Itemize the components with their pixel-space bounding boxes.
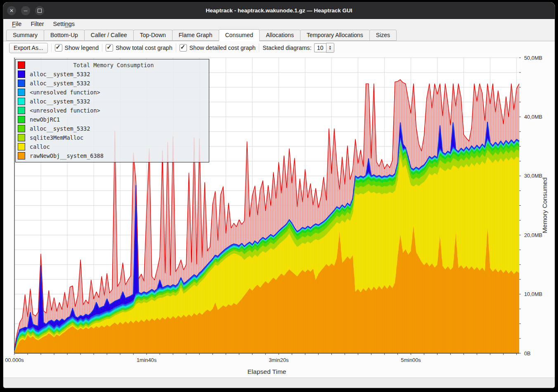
maximize-button[interactable] <box>35 6 44 15</box>
legend-swatch-icon <box>18 80 25 87</box>
legend-item: alloc__system_5332 <box>16 79 209 88</box>
tab-bottom-up[interactable]: Bottom-Up <box>44 30 85 41</box>
legend-label: sqlite3MemMalloc <box>30 134 83 141</box>
stacked-diagrams-value[interactable]: 10 <box>314 43 326 52</box>
show-detailed-cost-graph-checkbox[interactable]: Show detailed cost graph <box>180 44 256 52</box>
legend-swatch-icon <box>18 98 25 105</box>
legend-label: newObjRC1 <box>30 116 60 123</box>
y-tick-label: 30,0MB <box>524 173 542 179</box>
chart-legend: Total Memory Consumptionalloc__system_53… <box>15 59 209 162</box>
tab-allocations[interactable]: Allocations <box>259 30 300 41</box>
y-axis-title: Memory Consumed <box>541 177 548 233</box>
tab-top-down[interactable]: Top-Down <box>133 30 173 41</box>
spinner-buttons[interactable]: ▲ ▼ <box>326 43 334 53</box>
tab-temporary-allocations[interactable]: Temporary Allocations <box>300 30 370 41</box>
legend-label: Total Memory Consumption <box>30 62 197 68</box>
toolbar-separator <box>102 44 102 52</box>
legend-item: calloc <box>16 142 209 151</box>
tab-caller-callee[interactable]: Caller / Callee <box>84 30 134 41</box>
legend-item: alloc__system_5332 <box>16 124 209 133</box>
status-bar <box>3 378 555 388</box>
legend-swatch-icon <box>18 61 25 69</box>
legend-item: sqlite3MemMalloc <box>16 133 209 142</box>
tab-sizes[interactable]: Sizes <box>369 30 397 41</box>
toolbar: Export As... Show legend Show total cost… <box>3 41 555 54</box>
legend-item: newObjRC1 <box>16 115 209 124</box>
menu-item-settings[interactable]: Settings <box>49 20 79 28</box>
x-axis-title: Elapsed Time <box>248 368 286 375</box>
maximize-icon <box>38 9 42 13</box>
checkbox-box-icon[interactable] <box>180 44 187 52</box>
legend-label: <unresolved function> <box>30 107 100 114</box>
legend-swatch-icon <box>18 152 25 160</box>
menu-item-file[interactable]: File <box>7 20 26 28</box>
legend-swatch-icon <box>18 70 25 78</box>
legend-item: <unresolved function> <box>16 88 209 97</box>
export-as-button[interactable]: Export As... <box>9 43 48 53</box>
y-tick-label: 0B <box>524 350 531 357</box>
title-bar: ✕─ Heaptrack - heaptrack.wakunode.1.gz —… <box>3 2 555 19</box>
desktop: { "window": { "title": "Heaptrack - heap… <box>0 0 558 392</box>
legend-swatch-icon <box>18 125 25 132</box>
toolbar-separator <box>176 44 176 52</box>
legend-swatch-icon <box>18 134 25 141</box>
legend-label: alloc__system_5332 <box>30 125 90 132</box>
menu-bar: FileFilterSettings <box>3 19 555 28</box>
legend-item: <unresolved function> <box>16 106 209 115</box>
legend-label: alloc__system_5332 <box>30 71 90 77</box>
consumed-chart-panel: 00.000s1min40s3min20s5min00s0B10,0MB20,0… <box>3 54 555 378</box>
stacked-diagrams-stepper[interactable]: 10 ▲ ▼ <box>314 43 334 53</box>
checkbox-box-icon[interactable] <box>106 44 113 52</box>
y-tick-label: 40,0MB <box>524 114 542 120</box>
show-total-cost-graph-checkbox[interactable]: Show total cost graph <box>106 44 173 52</box>
tab-consumed[interactable]: Consumed <box>219 29 260 41</box>
legend-swatch-icon <box>18 89 25 96</box>
legend-swatch-icon <box>18 107 25 114</box>
x-tick-label: 3min20s <box>269 357 288 363</box>
close-button[interactable]: ✕ <box>7 6 16 15</box>
checkbox-label: Show legend <box>65 45 99 51</box>
tab-bar: SummaryBottom-UpCaller / CalleeTop-DownF… <box>3 28 555 41</box>
stacked-diagrams-label: Stacked diagrams: <box>262 45 311 51</box>
y-tick-label: 10,0MB <box>524 291 542 297</box>
legend-swatch-icon <box>18 116 25 123</box>
checkbox-box-icon[interactable] <box>55 44 62 52</box>
legend-item: alloc__system_5332 <box>16 97 209 106</box>
x-tick-label: 1min40s <box>137 357 156 363</box>
spin-down-icon[interactable]: ▼ <box>329 48 331 50</box>
legend-label: <unresolved function> <box>30 89 100 96</box>
toolbar-separator <box>51 44 52 52</box>
x-tick-label: 5min00s <box>401 357 421 363</box>
tab-flame-graph[interactable]: Flame Graph <box>172 30 219 41</box>
legend-item: rawNewObj__system_6388 <box>16 151 209 160</box>
x-tick-label: 00.000s <box>5 357 24 363</box>
legend-label: alloc__system_5332 <box>30 98 90 105</box>
legend-label: calloc <box>30 143 50 150</box>
legend-label: rawNewObj__system_6388 <box>30 153 104 159</box>
tab-summary[interactable]: Summary <box>6 30 44 41</box>
checkbox-label: Show detailed cost graph <box>189 45 256 51</box>
legend-label: alloc__system_5332 <box>30 80 90 87</box>
legend-item: Total Memory Consumption <box>16 61 209 70</box>
y-tick-label: 50,0MB <box>524 55 542 61</box>
app-window: ✕─ Heaptrack - heaptrack.wakunode.1.gz —… <box>3 2 555 388</box>
minimize-button[interactable]: ─ <box>21 6 30 15</box>
checkbox-label: Show total cost graph <box>116 45 173 51</box>
window-title: Heaptrack - heaptrack.wakunode.1.gz — He… <box>3 7 555 14</box>
toolbar-separator <box>259 44 259 52</box>
window-controls: ✕─ <box>3 6 44 15</box>
menu-item-filter[interactable]: Filter <box>26 20 48 28</box>
y-tick-label: 20,0MB <box>524 232 542 238</box>
legend-item: alloc__system_5332 <box>16 70 209 79</box>
legend-swatch-icon <box>18 143 25 150</box>
show-legend-checkbox[interactable]: Show legend <box>55 44 99 52</box>
